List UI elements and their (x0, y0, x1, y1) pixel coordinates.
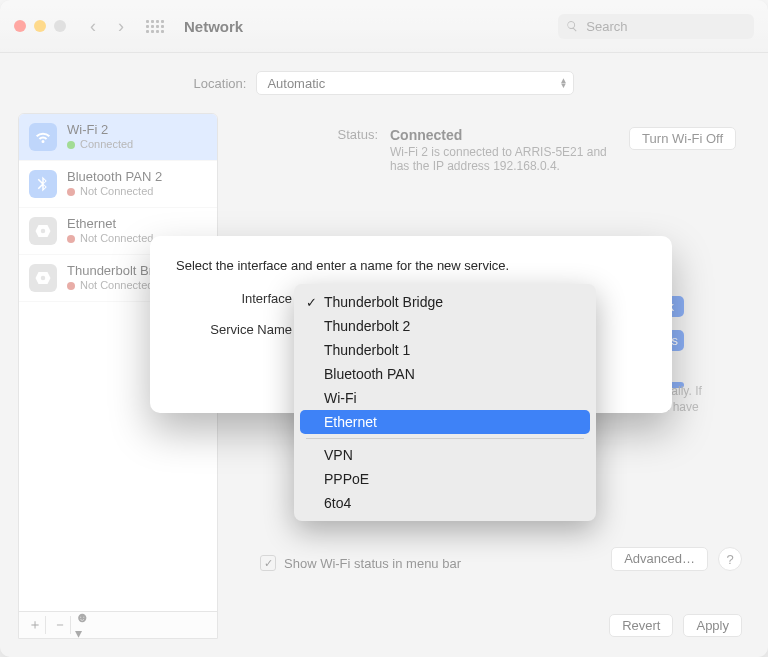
interface-option[interactable]: Thunderbolt 2 (300, 314, 590, 338)
menu-separator (306, 438, 584, 439)
interface-dropdown-menu: ✓Thunderbolt BridgeThunderbolt 2Thunderb… (294, 284, 596, 521)
interface-option[interactable]: Thunderbolt 1 (300, 338, 590, 362)
interface-option[interactable]: VPN (300, 443, 590, 467)
interface-option-label: Ethernet (324, 414, 377, 430)
service-name-label: Service Name (176, 322, 292, 337)
interface-option-label: Wi-Fi (324, 390, 357, 406)
interface-option[interactable]: Bluetooth PAN (300, 362, 590, 386)
interface-option-label: Bluetooth PAN (324, 366, 415, 382)
interface-option-label: PPPoE (324, 471, 369, 487)
interface-option-label: Thunderbolt 2 (324, 318, 410, 334)
checkmark-icon: ✓ (306, 295, 317, 310)
interface-option-label: Thunderbolt 1 (324, 342, 410, 358)
interface-option[interactable]: PPPoE (300, 467, 590, 491)
interface-option[interactable]: Wi-Fi (300, 386, 590, 410)
interface-option-label: Thunderbolt Bridge (324, 294, 443, 310)
interface-option-label: 6to4 (324, 495, 351, 511)
interface-option[interactable]: 6to4 (300, 491, 590, 515)
network-prefs-window: ‹ › Network Location: Automatic ▲▼ Wi-Fi… (0, 0, 768, 657)
interface-label: Interface (176, 291, 292, 306)
interface-option[interactable]: Ethernet (300, 410, 590, 434)
interface-option-label: VPN (324, 447, 353, 463)
interface-option[interactable]: ✓Thunderbolt Bridge (300, 290, 590, 314)
sheet-prompt: Select the interface and enter a name fo… (176, 258, 646, 273)
